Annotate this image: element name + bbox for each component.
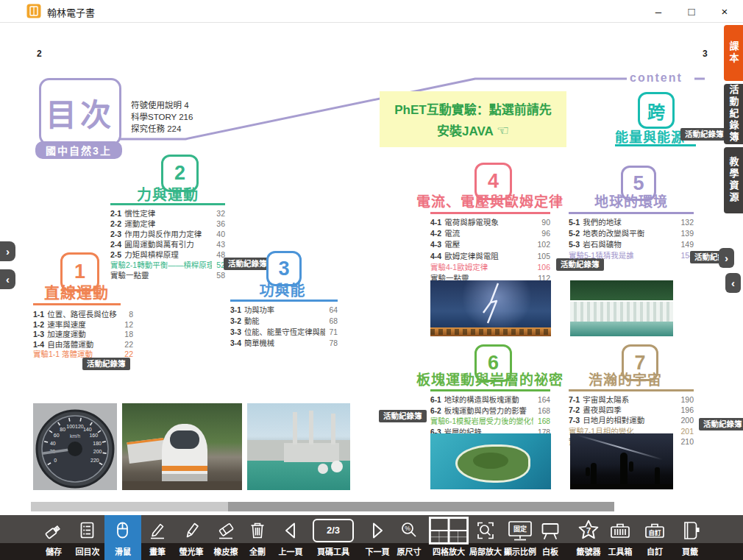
front-matter-item[interactable]: 符號使用說明 4 [131,99,189,110]
activity-record-badge[interactable]: 活動紀錄簿 [379,410,427,422]
toc-entry[interactable]: 4-3電壓102 [430,238,550,249]
toc-entry[interactable]: 4-4歐姆定律與電阻105 [430,250,550,261]
chapter-cross-title[interactable]: 能量與能源 [615,127,683,146]
toc-entry[interactable]: 7-2晝夜與四季196 [569,404,694,414]
chapter-ch4-list: 4-1電荷與靜電現象904-2電流964-3電壓1024-4歐姆定律與電阻105… [430,216,550,283]
tool-label: 頁碼工具 [310,545,357,557]
page-indicator[interactable]: 2/3 [313,519,354,542]
toc-entry[interactable]: 2-4圓周運動與萬有引力43 [110,238,225,249]
toc-entry-page: 68 [330,317,338,325]
chapter-ch7-title[interactable]: 浩瀚的宇宙 [566,369,684,389]
close-button[interactable]: × [708,0,741,22]
left-panel-collapse-arrow[interactable]: ‹ [0,269,15,289]
toc-entry[interactable]: 4-1電荷與靜電現象90 [430,216,550,227]
toc-entry[interactable]: 5-1我們的地球132 [569,216,694,227]
toc-entry[interactable]: 1-2速率與速度12 [33,319,133,329]
toc-entry[interactable]: 2-2運動定律36 [110,218,225,228]
chapter-ch5-title[interactable]: 地球的環境 [569,191,694,210]
toc-entry[interactable]: 1-3加速度運動18 [33,328,133,339]
toc-entry-label: 岩石與礦物 [583,238,676,249]
svg-text:自訂: 自訂 [648,528,661,536]
toc-entry-page: 43 [216,240,225,249]
toc-entry[interactable]: 6-1地球的構造與板塊運動164 [430,394,550,405]
svg-text:80: 80 [60,427,65,432]
toc-entry-label: 功與功率 [244,304,325,315]
chapter-ch1-underline [33,303,121,305]
chapter-ch6-title[interactable]: 板塊運動與岩層的祕密 [413,369,567,389]
toc-entry-number: 3-1 [230,306,241,314]
tool-prev-page[interactable]: 上一頁 [270,515,311,560]
toc-entry[interactable]: 實驗5-1猜猜我是誰154 [569,249,694,260]
tab-teaching-resources[interactable]: 教學資源 [724,147,743,213]
chapter-ch1-title[interactable]: 直線運動 [18,280,135,302]
toc-entry[interactable]: 3-1功與功率64 [230,304,338,315]
toc-entry-number: 4-3 [430,240,441,249]
toc-entry-number: 1-1 [33,310,44,319]
chapter-ch2-title[interactable]: 力與運動 [105,183,230,205]
toc-entry[interactable]: 實驗4-1歐姆定律106 [430,261,550,272]
tool-original-size[interactable]: %原尺寸 [388,515,430,560]
toc-entry[interactable]: 實驗1-1 落體運動22 [33,348,133,358]
toc-entry[interactable]: 1-1位置、路徑長與位移8 [33,308,133,319]
toc-entry[interactable]: 7-1宇宙與太陽系190 [569,394,694,404]
toc-entry[interactable]: 實驗一點靈58 [110,269,225,280]
tab-textbook[interactable]: 課本 [724,25,743,81]
chapter-ch3-title[interactable]: 功與能 [227,279,338,300]
toc-entry-number: 6-2 [430,407,441,415]
svg-text:140: 140 [83,427,92,432]
toc-subject-label: 國中自然3上 [35,141,122,159]
prev-triangle-icon [270,517,311,543]
toc-entry[interactable]: 實驗6-1模擬岩層受力後的變化情形168 [430,415,550,426]
toc-entry-page: 18 [124,330,133,339]
horizontal-scrollbar-thumb[interactable] [228,502,614,511]
toc-entry-page: 149 [680,240,694,249]
minimize-button[interactable]: – [642,0,675,22]
tool-page-number-tool[interactable]: 2/3頁碼工具 [313,515,354,560]
toc-entry-label: 簡單機械 [244,337,325,348]
chapter-ch2-underline [110,203,225,205]
activity-record-badge[interactable]: 活動紀錄簿 [82,358,130,370]
toc-entry[interactable]: 5-2地表的改變與平衡139 [569,227,694,238]
toc-entry[interactable]: 6-2板塊運動與內營力的影響168 [430,405,550,416]
activity-record-badge[interactable]: 活動紀錄簿 [699,418,743,430]
svg-text:40: 40 [50,441,56,446]
right-activity-open-arrow[interactable]: › [719,248,734,268]
toc-entry[interactable]: 5-3岩石與礦物149 [569,238,694,249]
toc-entry-number: 1-3 [33,330,44,339]
front-matter-item[interactable]: 探究任務 224 [131,122,181,134]
chapter-ch5-underline [569,212,694,214]
toc-entry[interactable]: 2-3作用力與反作用力定律40 [110,228,225,238]
photo-lightning [430,280,551,336]
activity-record-badge[interactable]: 活動紀錄簿 [680,128,728,141]
toc-entry-page: 132 [680,218,694,227]
right-panel-collapse-arrow[interactable]: ‹ [725,273,741,293]
front-matter-item[interactable]: 科學STORY 216 [131,110,193,122]
toc-entry[interactable]: 2-1慣性定律32 [110,208,225,218]
toc-entry[interactable]: 3-2動能68 [230,315,338,326]
chapter-cross-number[interactable]: 跨 [638,92,675,129]
toc-entry[interactable]: 4-2電流96 [430,227,550,238]
toc-entry[interactable]: 1-4自由落體運動22 [33,339,133,349]
activity-record-badge[interactable]: 活動紀錄簿 [224,258,271,270]
toc-entry-number: 4-4 [430,252,441,260]
chapter-ch4-title[interactable]: 電流、電壓與歐姆定律 [413,191,567,210]
toc-entry-label: 日地月的相對運動 [583,414,676,425]
toc-entry[interactable]: 3-4簡單機械78 [230,337,338,348]
svg-text:60: 60 [54,433,60,438]
toc-entry[interactable]: 7-3日地月的相對運動200 [569,414,694,425]
phet-java-notice[interactable]: PhET互動實驗：點選前請先 安裝JAVA ☜ [380,91,566,147]
toc-entry[interactable]: 實驗2-1轉動平衡——槓桿原理52 [110,259,225,269]
app-logo-icon [26,4,41,18]
toc-entry-page: 71 [330,328,338,336]
left-panel-expand-arrow[interactable]: › [0,241,15,261]
photo-waterfall [570,280,673,336]
left-page-number: 2 [37,49,42,59]
tab-activity-book[interactable]: 活動紀錄簿 [724,84,743,144]
toc-entry[interactable]: 3-3位能、能量守恆定律與能源71 [230,326,338,337]
horizontal-scrollbar-track[interactable] [31,502,614,511]
maximize-button[interactable]: □ [675,0,708,22]
tool-page-tab[interactable]: 頁籤 [669,515,711,560]
toc-entry-number: 2-3 [110,230,121,238]
toc-entry-page: 8 [129,310,133,319]
toc-entry[interactable]: 2-5力矩與槓桿原理48 [110,249,225,259]
